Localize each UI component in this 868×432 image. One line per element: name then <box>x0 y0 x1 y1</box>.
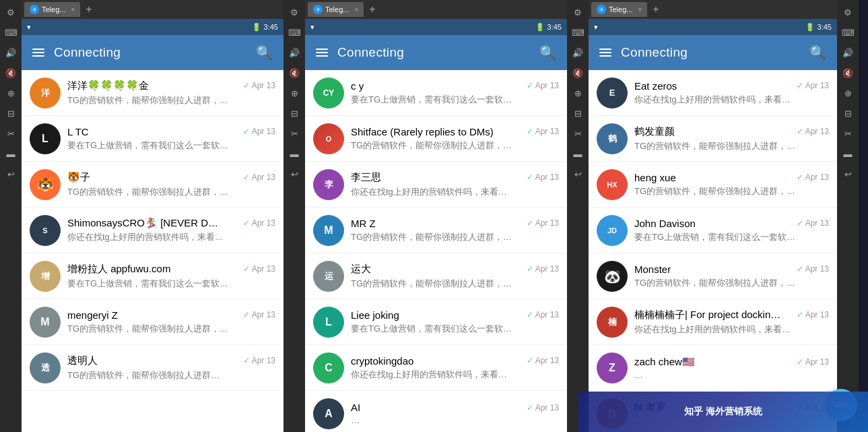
chat-list-1[interactable]: 洋 洋洋🍀🍀🍀🍀金 ✓ Apr 13 TG的营销软件，能帮你强制拉人进群，… <box>22 70 283 432</box>
search-icon-1[interactable]: 🔍 <box>253 42 275 63</box>
toolbar-btn-volume[interactable]: 🔊 <box>1 43 20 62</box>
tab-close-2[interactable]: × <box>354 6 358 13</box>
toolbar-btn-2-settings[interactable]: ⚙ <box>285 3 304 22</box>
toolbar-btn-r-settings[interactable]: ⚙ <box>838 3 857 22</box>
toolbar-btn-keyboard[interactable]: ⌨ <box>1 23 20 42</box>
tab-close-1[interactable]: × <box>71 6 75 13</box>
check-icon-3-4: ✓ <box>797 264 803 274</box>
toolbar-btn-3-settings[interactable]: ⚙ <box>568 3 587 22</box>
chat-list-2[interactable]: CY c y ✓ Apr 13 要在TG上做营销，需有我们这么一套软… <box>305 70 567 432</box>
chat-date-3-2: ✓ Apr 13 <box>797 173 829 182</box>
toolbar-btn-dash[interactable]: ▬ <box>1 144 20 163</box>
wifi-icon-2: ▾ <box>310 23 314 32</box>
chat-content-1-0: 洋洋🍀🍀🍀🍀金 ✓ Apr 13 TG的营销软件，能帮你强制拉人进群，… <box>67 80 275 106</box>
chat-content-2-4: 运大 ✓ Apr 13 TG的营销软件，能帮你强制拉人进群，… <box>351 263 559 290</box>
toolbar-btn-back[interactable]: ↩ <box>1 164 20 183</box>
chat-preview-3-4: TG的营销软件，能帮你强制拉人进群，… <box>634 277 829 289</box>
toolbar-btn-3-vol[interactable]: 🔊 <box>568 43 587 62</box>
header-1: Connecting 🔍 <box>22 35 283 70</box>
toolbar-btn-r-remove[interactable]: ⊟ <box>838 104 857 123</box>
chat-list-3[interactable]: E Eat zeros ✓ Apr 13 你还在找tg上好用的营销软件吗，来看… <box>589 70 837 432</box>
chat-item-2-1[interactable]: O Shitface (Rarely replies to DMs) ✓ Apr… <box>305 116 567 162</box>
avatar-1-0: 洋 <box>30 78 61 109</box>
chat-item-3-1[interactable]: 鹤 鹤发童颜 ✓ Apr 13 TG的营销软件，能帮你强制拉人进群，… <box>589 116 837 162</box>
chat-item-2-3[interactable]: M MR Z ✓ Apr 13 TG的营销软件，能帮你强制拉人进群，… <box>305 208 567 253</box>
search-icon-3[interactable]: 🔍 <box>807 42 829 63</box>
chat-item-3-4[interactable]: 🐼 Monster ✓ Apr 13 TG的营销软件，能帮你强制拉人进群，… <box>589 253 837 299</box>
chat-item-1-5[interactable]: M mengeryi Z ✓ Apr 13 TG的营销软件，能帮你强制拉人进群，… <box>22 299 283 345</box>
avatar-wrapper-2-4: 运 <box>313 261 344 292</box>
menu-icon-1[interactable] <box>30 46 47 59</box>
chat-name-3-6: zach chew🇺🇸 <box>634 356 695 368</box>
chat-item-2-2[interactable]: 李 李三思 ✓ Apr 13 你还在找tg上好用的营销软件吗，来看… <box>305 162 567 208</box>
chat-item-2-6[interactable]: C cryptokingdao ✓ Apr 13 你还在找tg上好用的营销软件吗… <box>305 345 567 391</box>
toolbar-btn-r-add[interactable]: ⊕ <box>838 84 857 102</box>
toolbar-btn-2-add[interactable]: ⊕ <box>285 84 304 102</box>
chat-top-2-2: 李三思 ✓ Apr 13 <box>351 171 559 184</box>
tab-telegram-2[interactable]: ✈ Teleg... × <box>308 2 364 17</box>
chat-content-2-2: 李三思 ✓ Apr 13 你还在找tg上好用的营销软件吗，来看… <box>351 171 559 198</box>
menu-icon-3[interactable] <box>597 46 614 59</box>
chat-item-1-3[interactable]: S ShimonsaysCRO🏂 [NEVER D… ✓ Apr 13 你还在找… <box>22 208 283 253</box>
toolbar-btn-2-dash[interactable]: ▬ <box>285 144 304 163</box>
chat-item-3-3[interactable]: JD John Davison ✓ Apr 13 要在TG上做营销，需有我们这么… <box>589 208 837 253</box>
chat-item-1-0[interactable]: 洋 洋洋🍀🍀🍀🍀金 ✓ Apr 13 TG的营销软件，能帮你强制拉人进群，… <box>22 70 283 116</box>
tab-close-3[interactable]: × <box>638 6 642 13</box>
toolbar-btn-settings[interactable]: ⚙ <box>1 3 20 22</box>
toolbar-btn-3-scissors[interactable]: ✂ <box>568 124 587 143</box>
toolbar-btn-3-keyboard[interactable]: ⌨ <box>568 23 587 42</box>
chat-item-3-5[interactable]: 楠 楠楠楠楠子| For project dockin… ✓ Apr 13 你还… <box>589 299 837 345</box>
toolbar-btn-3-remove[interactable]: ⊟ <box>568 104 587 123</box>
status-bar-right-3: 🔋 3:45 <box>805 23 832 32</box>
toolbar-btn-remove[interactable]: ⊟ <box>1 104 20 123</box>
toolbar-btn-scissors[interactable]: ✂ <box>1 124 20 143</box>
chat-item-3-0[interactable]: E Eat zeros ✓ Apr 13 你还在找tg上好用的营销软件吗，来看… <box>589 70 837 116</box>
chat-item-3-6[interactable]: Z zach chew🇺🇸 ✓ Apr 13 … <box>589 345 837 391</box>
tab-telegram-3[interactable]: ✈ Teleg... × <box>591 2 647 17</box>
chat-item-2-0[interactable]: CY c y ✓ Apr 13 要在TG上做营销，需有我们这么一套软… <box>305 70 567 116</box>
toolbar-btn-2-vol[interactable]: 🔊 <box>285 43 304 62</box>
tab-telegram-1[interactable]: ✈ Teleg... × <box>24 2 80 17</box>
toolbar-btn-r-dash[interactable]: ▬ <box>838 144 857 163</box>
chat-preview-2-5: 要在TG上做营销，需有我们这么一套软… <box>351 323 559 335</box>
toolbar-btn-2-mute[interactable]: 🔇 <box>285 63 304 82</box>
toolbar-btn-2-scissors[interactable]: ✂ <box>285 124 304 143</box>
toolbar-btn-2-remove[interactable]: ⊟ <box>285 104 304 123</box>
search-icon-2[interactable]: 🔍 <box>537 42 559 63</box>
toolbar-btn-r-scissors[interactable]: ✂ <box>838 124 857 143</box>
avatar-wrapper-1-3: S <box>30 215 61 246</box>
chat-preview-3-6: … <box>634 370 829 380</box>
toolbar-btn-r-back[interactable]: ↩ <box>838 164 857 183</box>
toolbar-btn-mute[interactable]: 🔇 <box>1 63 20 82</box>
chat-item-1-1[interactable]: L L TC ✓ Apr 13 要在TG上做营销，需有我们这么一套软… <box>22 116 283 162</box>
tab-add-3[interactable]: + <box>650 3 661 16</box>
toolbar-btn-3-dash[interactable]: ▬ <box>568 144 587 163</box>
tab-add-2[interactable]: + <box>366 3 378 16</box>
chat-date-3-4: ✓ Apr 13 <box>797 264 829 274</box>
toolbar-btn-add[interactable]: ⊕ <box>1 84 20 102</box>
chat-item-1-4[interactable]: 增 增粉拉人 appfuwu.com ✓ Apr 13 要在TG上做营销，需有我… <box>22 253 283 299</box>
toolbar-btn-r-keyboard[interactable]: ⌨ <box>838 23 857 42</box>
toolbar-btn-r-mute[interactable]: 🔇 <box>838 63 857 82</box>
avatar-wrapper-1-1: L <box>30 123 61 154</box>
chat-item-2-7[interactable]: A AI ✓ Apr 13 … <box>305 391 567 432</box>
tab-add-1[interactable]: + <box>83 3 94 16</box>
toolbar-btn-2-keyboard[interactable]: ⌨ <box>285 23 304 42</box>
chat-date-2-7: ✓ Apr 13 <box>527 403 559 412</box>
menu-icon-2[interactable] <box>313 46 331 59</box>
chat-item-1-2[interactable]: 🐯 🐯子 ✓ Apr 13 TG的营销软件，能帮你强制拉人进群，… <box>22 162 283 208</box>
chat-name-3-0: Eat zeros <box>634 80 677 92</box>
chat-top-3-3: John Davison ✓ Apr 13 <box>634 218 829 229</box>
chat-preview-2-0: 要在TG上做营销，需有我们这么一套软… <box>351 94 559 106</box>
toolbar-btn-2-back[interactable]: ↩ <box>285 164 304 183</box>
toolbar-btn-3-add[interactable]: ⊕ <box>568 84 587 102</box>
avatar-1-6: 透 <box>30 352 61 383</box>
chat-item-2-4[interactable]: 运 运大 ✓ Apr 13 TG的营销软件，能帮你强制拉人进群，… <box>305 253 567 299</box>
toolbar-btn-3-back[interactable]: ↩ <box>568 164 587 183</box>
chat-item-1-6[interactable]: 透 透明人 ✓ Apr 13 TG的营销软件，能帮你强制拉人进群… <box>22 345 283 391</box>
chat-item-3-2[interactable]: HX heng xue ✓ Apr 13 TG的营销软件，能帮你强制拉人进群，… <box>589 162 837 208</box>
toolbar-btn-r-vol[interactable]: 🔊 <box>838 43 857 62</box>
chat-item-2-5[interactable]: L Liee joking ✓ Apr 13 要在TG上做营销，需有我们这么一套… <box>305 299 567 345</box>
chat-name-1-5: mengeryi Z <box>67 309 118 321</box>
toolbar-btn-3-mute[interactable]: 🔇 <box>568 63 587 82</box>
